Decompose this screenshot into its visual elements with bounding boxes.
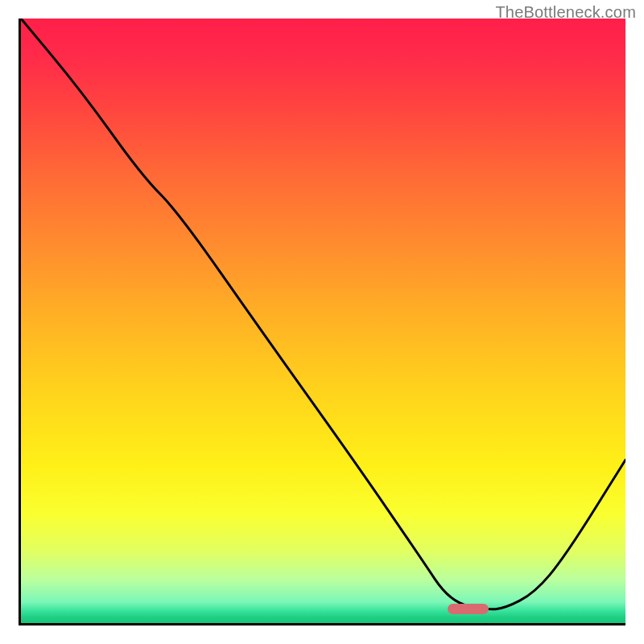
watermark-text: TheBottleneck.com [495, 3, 636, 22]
optimal-marker [448, 604, 489, 615]
plot-area [19, 19, 625, 625]
bottleneck-chart: TheBottleneck.com [0, 0, 644, 644]
bottleneck-curve-path [21, 19, 625, 609]
curve-layer [21, 19, 625, 623]
